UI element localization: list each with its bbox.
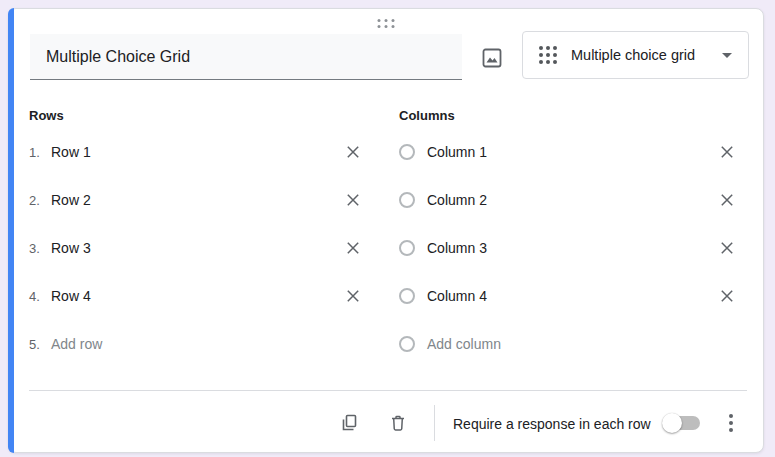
row-number: 3. xyxy=(29,241,51,256)
remove-row-button[interactable] xyxy=(341,284,365,308)
rows-list: 1. Row 1 2. Row 2 3. Row 3 xyxy=(29,128,365,368)
add-row-input[interactable]: Add row xyxy=(51,336,365,352)
remove-column-button[interactable] xyxy=(715,140,739,164)
column-label-input[interactable]: Column 2 xyxy=(427,192,715,208)
add-image-button[interactable] xyxy=(472,38,512,78)
close-x-icon xyxy=(344,287,362,305)
close-x-icon xyxy=(344,191,362,209)
column-item: Column 4 xyxy=(399,272,739,320)
copy-icon xyxy=(339,413,359,433)
remove-column-button[interactable] xyxy=(715,188,739,212)
trash-icon xyxy=(388,413,408,433)
row-number: 4. xyxy=(29,289,51,304)
radio-circle-icon xyxy=(399,192,415,208)
row-number: 2. xyxy=(29,193,51,208)
remove-row-button[interactable] xyxy=(341,188,365,212)
row-number: 5. xyxy=(29,337,51,352)
require-response-label: Require a response in each row xyxy=(453,416,651,432)
close-x-icon xyxy=(718,143,736,161)
image-icon xyxy=(480,46,504,70)
add-column-input[interactable]: Add column xyxy=(427,336,739,352)
close-x-icon xyxy=(344,143,362,161)
question-card: Multiple choice grid Rows Columns 1. Row… xyxy=(8,8,764,453)
radio-circle-icon xyxy=(399,240,415,256)
radio-circle-icon xyxy=(399,336,415,352)
remove-column-button[interactable] xyxy=(715,284,739,308)
require-response-toggle[interactable] xyxy=(666,416,700,430)
row-label-input[interactable]: Row 2 xyxy=(51,192,341,208)
close-x-icon xyxy=(718,239,736,257)
add-row-item: 5. Add row xyxy=(29,320,365,368)
toggle-thumb xyxy=(662,413,682,433)
add-column-item: Add column xyxy=(399,320,739,368)
question-title-input[interactable] xyxy=(30,34,462,80)
column-item: Column 3 xyxy=(399,224,739,272)
row-label-input[interactable]: Row 4 xyxy=(51,288,341,304)
more-options-button[interactable] xyxy=(717,409,745,437)
row-label-input[interactable]: Row 3 xyxy=(51,240,341,256)
selected-question-accent-bar xyxy=(8,8,14,453)
column-label-input[interactable]: Column 4 xyxy=(427,288,715,304)
kebab-menu-icon xyxy=(729,414,733,418)
drag-handle-icon[interactable] xyxy=(370,15,403,32)
row-number: 1. xyxy=(29,145,51,160)
close-x-icon xyxy=(718,287,736,305)
row-item: 2. Row 2 xyxy=(29,176,365,224)
radio-circle-icon xyxy=(399,144,415,160)
remove-row-button[interactable] xyxy=(341,140,365,164)
delete-button[interactable] xyxy=(384,409,412,437)
column-item: Column 1 xyxy=(399,128,739,176)
close-x-icon xyxy=(344,239,362,257)
question-type-dropdown[interactable]: Multiple choice grid xyxy=(522,31,749,79)
footer-divider xyxy=(29,390,747,391)
grid-3x3-dots-icon xyxy=(539,46,557,64)
columns-section-header: Columns xyxy=(399,108,455,123)
chevron-down-icon xyxy=(722,53,732,58)
row-item: 1. Row 1 xyxy=(29,128,365,176)
close-x-icon xyxy=(718,191,736,209)
row-label-input[interactable]: Row 1 xyxy=(51,144,341,160)
column-label-input[interactable]: Column 3 xyxy=(427,240,715,256)
remove-column-button[interactable] xyxy=(715,236,739,260)
columns-list: Column 1 Column 2 Column 3 xyxy=(399,128,739,368)
remove-row-button[interactable] xyxy=(341,236,365,260)
radio-circle-icon xyxy=(399,288,415,304)
row-item: 4. Row 4 xyxy=(29,272,365,320)
row-item: 3. Row 3 xyxy=(29,224,365,272)
duplicate-button[interactable] xyxy=(335,409,363,437)
column-item: Column 2 xyxy=(399,176,739,224)
question-type-label: Multiple choice grid xyxy=(571,47,695,63)
toolbar-divider xyxy=(434,405,435,441)
rows-section-header: Rows xyxy=(29,108,64,123)
column-label-input[interactable]: Column 1 xyxy=(427,144,715,160)
